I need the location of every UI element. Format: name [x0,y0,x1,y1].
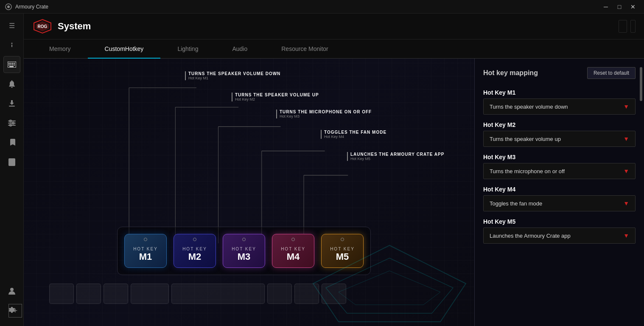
sidebar-item-alerts[interactable] [3,76,20,93]
hotkey-m5-value: Launches the Armoury Crate app [490,233,571,239]
hotkey-m1-dot [144,238,147,241]
tab-memory[interactable]: Memory [32,39,88,58]
device-icon-2 [630,20,636,33]
svg-rect-10 [10,65,11,65]
hotkey-m5-select[interactable]: Launches the Armoury Crate app ▼ [483,228,636,244]
hotkey-m2-arrow: ▼ [623,135,629,142]
hotkey-m3-value: Turns the microphone on or off [490,168,565,174]
hotkey-m5-dot [341,238,344,241]
key-placeholder [104,284,128,304]
hotkey-button-m1[interactable]: HOT KEY M1 [124,234,167,268]
app-header: ROG System [24,14,644,39]
hotkey-m1-select[interactable]: Turns the speaker volume down ▼ [483,98,636,115]
hotkey-button-m4[interactable]: HOT KEY M4 [272,234,314,268]
hotkey-m2-dot [193,238,196,241]
sidebar-item-download[interactable] [3,95,20,112]
keyboard-area: TURNS THE SPEAKER VOLUME DOWN Hot Key M1… [24,59,474,326]
hotkey-m3-label: Hot Key M3 [483,154,636,160]
app-layout: ☰ [0,14,644,326]
app-icon [5,3,12,10]
maximize-button[interactable]: □ [613,2,625,11]
tab-bar: Memory CustomHotkey Lighting Audio Resou… [24,39,644,59]
app-title: Armoury Crate [15,4,48,10]
hotkey-m2-label: Hot Key M2 [483,121,636,128]
hotkey-row-m3: Hot Key M3 Turns the microphone on or of… [483,154,636,179]
hotkey-m1-arrow: ▼ [623,103,629,110]
sidebar-item-book[interactable] [3,154,20,171]
hotkey-m4-arrow: ▼ [623,200,629,207]
key-placeholder [76,284,101,304]
rog-logo-icon: ROG [32,19,53,34]
hotkey-m3-arrow: ▼ [623,168,629,174]
title-bar: Armoury Crate ─ □ ✕ [0,0,644,14]
rog-logo: ROG System [32,19,91,34]
hotkey-m5-label: Hot Key M5 [483,218,636,225]
svg-rect-3 [11,45,12,47]
callout-m1: TURNS THE SPEAKER VOLUME DOWN Hot Key M1 [185,71,280,80]
panel-title: Hot key mapping [483,69,538,77]
hotkey-m3-select[interactable]: Turns the microphone on or off ▼ [483,163,636,179]
svg-point-2 [11,43,12,44]
svg-rect-12 [14,65,15,65]
sidebar-item-tune[interactable] [3,115,20,132]
hotkey-m2-select[interactable]: Turns the speaker volume up ▼ [483,131,636,147]
scroll-indicator [640,67,642,101]
content-area: ROG System Memory CustomHotkey Lighting [24,14,644,326]
svg-marker-37 [339,271,440,305]
key-placeholder [322,284,346,304]
hotkey-button-m3[interactable]: HOT KEY M3 [223,234,265,268]
main-content: TURNS THE SPEAKER VOLUME DOWN Hot Key M1… [24,59,644,326]
key-placeholder [267,284,292,304]
hotkey-m3-dot [242,238,246,241]
sidebar-item-user[interactable] [3,283,20,300]
sidebar-item-keyboard[interactable] [3,56,20,73]
svg-rect-8 [14,63,15,64]
add-button[interactable]: + [8,304,22,318]
svg-rect-13 [9,66,14,67]
hotkey-m1-value: Turns the speaker volume down [490,104,568,110]
svg-rect-7 [12,63,13,64]
hotkey-m4-select[interactable]: Toggles the fan mode ▼ [483,195,636,211]
title-bar-left: Armoury Crate [5,3,48,10]
tab-resourcemonitor[interactable]: Resource Monitor [264,39,345,58]
device-icon [619,20,627,33]
callout-m5: LAUNCHES THE ARMOURY CRATE APP Hot Key M… [347,152,444,161]
hotkey-m4-dot [291,238,295,241]
tab-customhotkey[interactable]: CustomHotkey [88,39,161,58]
reset-to-default-button[interactable]: Reset to default [587,67,636,79]
svg-rect-6 [10,63,11,64]
svg-rect-14 [9,106,15,107]
svg-rect-9 [8,65,10,65]
hotkey-row-m4: Hot Key M4 Toggles the fan mode ▼ [483,186,636,211]
sidebar: ☰ [0,14,24,326]
sidebar-item-tag[interactable] [3,134,20,151]
callout-m3: TURNS THE MICROPHONE ON OR OFF Hot Key M… [276,110,372,118]
key-placeholder [131,284,169,304]
window-controls: ─ □ ✕ [600,2,639,11]
hotkey-buttons-container: HOT KEY M1 HOT KEY M2 HOT KEY M3 [117,227,371,275]
hotkey-m1-label: Hot Key M1 [483,89,636,96]
minimize-button[interactable]: ─ [600,2,612,11]
close-button[interactable]: ✕ [627,2,639,11]
callout-m4: TOGGLES THE FAN MODE Hot Key M4 [321,130,386,139]
svg-point-21 [10,288,14,291]
tab-audio[interactable]: Audio [215,39,264,58]
sidebar-item-info[interactable] [3,37,20,53]
sidebar-bottom: + [3,283,20,323]
sidebar-item-menu[interactable]: ☰ [3,17,20,34]
hotkey-m4-value: Toggles the fan mode [490,200,542,207]
hotkey-button-m2[interactable]: HOT KEY M2 [174,234,216,268]
svg-rect-5 [8,63,10,64]
key-placeholder [49,284,74,304]
key-placeholder-space [171,284,265,304]
svg-point-1 [7,6,10,8]
panel-header: Hot key mapping Reset to default [483,67,636,79]
right-panel: Hot key mapping Reset to default Hot Key… [474,59,644,326]
tab-lighting[interactable]: Lighting [160,39,215,58]
callout-m2: TURNS THE SPEAKER VOLUME UP Hot Key M2 [232,93,319,101]
hotkey-m2-value: Turns the speaker volume up [490,136,561,142]
key-placeholder [294,284,319,304]
hotkey-row-m1: Hot Key M1 Turns the speaker volume down… [483,89,636,115]
hotkey-m5-arrow: ▼ [623,232,629,239]
hotkey-button-m5[interactable]: HOT KEY M5 [321,234,364,268]
